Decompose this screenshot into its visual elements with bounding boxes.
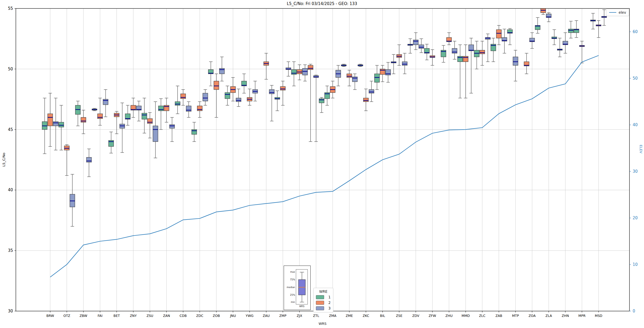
right-tick-label-50: 50: [633, 76, 638, 81]
chart-title: L5_C/No: Fri 03/14/2025 - GEO: 133: [0, 1, 644, 6]
wre1-label: 1: [328, 295, 331, 299]
box-ZJX-wre1: [291, 62, 296, 86]
box-ZOA-wre2: [524, 53, 529, 74]
box-BIL-wre3: [386, 62, 391, 83]
box-ZBW-wre3: [86, 149, 91, 177]
box-ZHU-wre2: [446, 33, 451, 45]
boxplot-legend-inset: max 75% median 25% min WRS: [284, 266, 311, 310]
right-tick-label-10: 10: [633, 262, 638, 267]
box-CDB-wre2: [181, 90, 186, 105]
box-YWG-wre3: [253, 81, 258, 101]
box-ZSE-wre3: [402, 53, 407, 74]
x-tick-label-BIL: BIL: [380, 314, 385, 318]
box-ZJX-wre3: [302, 65, 307, 81]
box-YWG-wre1: [241, 74, 246, 93]
x-tick-label-ZOA: ZOA: [529, 314, 536, 318]
x-tick-label-ZDV: ZDV: [412, 314, 419, 318]
box-MSD-wre2: [596, 21, 601, 38]
legend-elev-label: elev: [619, 10, 626, 15]
inset-75-label: 75%: [284, 278, 295, 281]
box-MMD-wre2: [463, 45, 468, 98]
box-ZMA-wre3: [336, 65, 341, 86]
x-tick-label-BRW: BRW: [46, 314, 54, 318]
elev-line-swatch: [609, 12, 616, 13]
x-tick-label-MSD: MSD: [595, 314, 602, 318]
box-ZFW-wre2: [430, 50, 435, 65]
box-ZOB-wre3: [220, 57, 225, 81]
x-tick-label-ZBW: ZBW: [80, 314, 87, 318]
x-tick-label-ZMP: ZMP: [279, 314, 286, 318]
box-MMD-wre3: [469, 38, 474, 93]
box-ZOA-wre1: [535, 17, 540, 33]
box-BRW-wre3: [53, 98, 58, 150]
box-ZTL-wre3: [314, 75, 319, 142]
box-FAI-wre3: [103, 90, 108, 117]
box-ZNY-wre1: [125, 105, 130, 125]
box-ZSU-wre2: [147, 113, 152, 138]
inset-max-label: max: [284, 271, 295, 273]
box-ZLA-wre3: [546, 13, 551, 22]
box-ZMA-wre2: [330, 81, 335, 98]
right-tick-label-0: 0: [633, 309, 635, 313]
x-tick-label-MMD: MMD: [461, 314, 470, 318]
x-tick-label-ZME: ZME: [346, 314, 353, 318]
box-ZMP-wre1: [275, 91, 280, 111]
y-tick-label-55: 55: [8, 6, 13, 11]
x-axis-label: WRS: [0, 322, 644, 326]
box-ZFW-wre1: [424, 44, 429, 60]
x-tick-label-ZLC: ZLC: [479, 314, 486, 318]
wre3-swatch: [316, 306, 324, 310]
box-MTP-wre1: [507, 29, 512, 45]
box-ZNY-wre2: [131, 98, 136, 117]
box-CDB-wre1: [175, 86, 180, 114]
right-tick-label-30: 30: [633, 169, 638, 174]
box-ZAB-wre2: [496, 25, 501, 45]
box-ZOB-wre2: [214, 74, 219, 117]
x-tick-label-CDB: CDB: [180, 314, 187, 318]
box-BRW-wre1: [42, 98, 47, 154]
grid-layer: [16, 8, 629, 311]
box-BET-wre1: [109, 132, 114, 153]
box-ZBW-wre2: [81, 110, 86, 134]
box-ZLA-wre2: [541, 7, 546, 15]
box-ZSU-wre3: [153, 102, 158, 158]
box-ZAU-wre3: [269, 85, 274, 121]
legend-wre-entry-2: 2: [316, 300, 331, 305]
box-YWG-wre2: [247, 89, 252, 105]
box-ZHN-wre1: [568, 21, 573, 38]
x-tick-label-FAI: FAI: [98, 314, 102, 318]
box-ZTL-wre2: [308, 64, 313, 142]
box-ZOB-wre1: [208, 62, 213, 86]
box-BET-wre2: [114, 111, 119, 134]
box-BET-wre3: [120, 103, 125, 153]
x-tick-label-OTZ: OTZ: [63, 314, 70, 318]
elev-line: [50, 56, 599, 277]
box-ZKC-wre3: [369, 81, 374, 102]
x-tick-label-ZMA: ZMA: [329, 314, 337, 318]
x-tick-label-ZNY: ZNY: [130, 314, 137, 318]
box-ZLA-wre1: [552, 30, 557, 45]
box-ZAU-wre2: [264, 53, 269, 79]
inset-min-label: min: [284, 301, 295, 303]
y-tick-label-40: 40: [8, 188, 13, 192]
wre3-label: 3: [328, 306, 331, 310]
x-tick-label-ZJX: ZJX: [297, 314, 302, 318]
box-ZHN-wre3: [563, 33, 568, 53]
box-ZSE-wre1: [391, 54, 396, 74]
box-ZLC-wre1: [474, 41, 479, 69]
box-ZAN-wre1: [158, 99, 164, 130]
box-ZSE-wre2: [397, 45, 402, 65]
right-tick-label-60: 60: [633, 29, 638, 34]
box-BIL-wre2: [380, 65, 385, 82]
box-FAI-wre1: [92, 108, 97, 111]
box-MMD-wre1: [458, 45, 463, 98]
inset-25-label: 25%: [284, 294, 295, 296]
legend-wre: WRE 1 2 3: [313, 288, 333, 312]
box-ZDC-wre3: [203, 90, 208, 105]
x-tick-label-ZAN: ZAN: [163, 314, 170, 318]
box-BRW-wre2: [48, 93, 53, 146]
x-tick-label-ZSU: ZSU: [147, 314, 153, 318]
box-ZJX-wre2: [297, 65, 302, 80]
y-axis-left: 303540455055: [8, 6, 16, 313]
box-ZAB-wre3: [502, 29, 507, 53]
